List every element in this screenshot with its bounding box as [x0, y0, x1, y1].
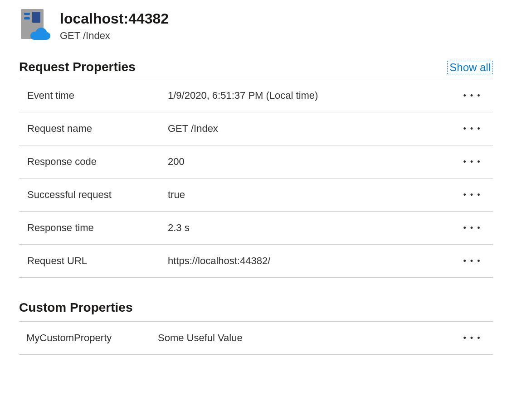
request_properties-value: true [168, 189, 463, 201]
custom_properties-label: MyCustomProperty [26, 332, 158, 344]
request_properties-row: Successful requesttrue• • • [19, 178, 493, 211]
request_properties-value: 1/9/2020, 6:51:37 PM (Local time) [168, 90, 463, 101]
request_properties-value: GET /Index [168, 123, 463, 135]
request-properties-section: Request Properties Show all Event time1/… [19, 60, 493, 278]
request_properties-label: Successful request [27, 189, 168, 201]
request_properties-label: Response time [27, 222, 168, 234]
custom_properties-row: MyCustomPropertySome Useful Value• • • [19, 321, 493, 355]
more-icon[interactable]: • • • [463, 222, 481, 234]
more-icon[interactable]: • • • [463, 155, 481, 168]
request-properties-title: Request Properties [19, 60, 136, 74]
request_properties-row: Event time1/9/2020, 6:51:37 PM (Local ti… [19, 79, 493, 112]
show-all-link[interactable]: Show all [447, 61, 493, 74]
request-properties-list: Event time1/9/2020, 6:51:37 PM (Local ti… [19, 79, 493, 278]
custom-properties-title: Custom Properties [19, 300, 133, 315]
request_properties-label: Response code [27, 156, 168, 168]
more-icon[interactable]: • • • [463, 89, 481, 102]
request_properties-value: 200 [168, 156, 463, 168]
request_properties-value: https://localhost:44382/ [168, 255, 463, 267]
request_properties-value: 2.3 s [168, 222, 463, 234]
more-icon[interactable]: • • • [463, 188, 481, 201]
request_properties-row: Response time2.3 s• • • [19, 211, 493, 244]
request_properties-label: Request name [27, 123, 168, 135]
request_properties-row: Response code200• • • [19, 145, 493, 178]
more-icon[interactable]: • • • [463, 332, 481, 344]
request_properties-row: Request nameGET /Index• • • [19, 112, 493, 145]
custom_properties-value: Some Useful Value [158, 332, 463, 344]
server-cloud-icon [19, 9, 48, 41]
request_properties-label: Request URL [27, 255, 168, 267]
page-header: localhost:44382 GET /Index [19, 9, 493, 42]
request_properties-label: Event time [27, 90, 168, 101]
custom-properties-list: MyCustomPropertySome Useful Value• • • [19, 321, 493, 355]
more-icon[interactable]: • • • [463, 122, 481, 135]
custom-properties-section: Custom Properties MyCustomPropertySome U… [19, 300, 493, 355]
more-icon[interactable]: • • • [463, 255, 481, 267]
request_properties-row: Request URLhttps://localhost:44382/• • • [19, 244, 493, 278]
page-subtitle: GET /Index [60, 30, 169, 42]
page-title: localhost:44382 [60, 10, 169, 27]
